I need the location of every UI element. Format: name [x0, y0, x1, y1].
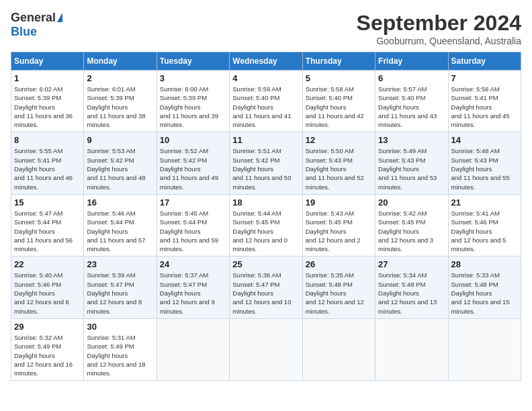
calendar-day-cell: 19 Sunrise: 5:43 AM Sunset: 5:45 PM Dayl… — [302, 194, 375, 256]
day-number: 19 — [306, 197, 372, 208]
calendar-subtitle: Gooburrum, Queensland, Australia — [357, 36, 521, 46]
day-number: 24 — [160, 259, 226, 269]
day-number: 4 — [232, 73, 299, 83]
weekday-header: Friday — [375, 52, 448, 71]
logo-triangle-icon — [57, 13, 62, 22]
day-number: 16 — [87, 197, 153, 208]
day-info: Sunrise: 5:37 AM Sunset: 5:47 PM Dayligh… — [160, 271, 226, 315]
day-info: Sunrise: 5:47 AM Sunset: 5:44 PM Dayligh… — [14, 209, 81, 253]
calendar-week-row: 22 Sunrise: 5:40 AM Sunset: 5:46 PM Dayl… — [11, 257, 521, 318]
logo-general-text: General — [11, 11, 56, 25]
day-info: Sunrise: 5:44 AM Sunset: 5:45 PM Dayligh… — [232, 209, 299, 253]
day-info: Sunrise: 5:31 AM Sunset: 5:49 PM Dayligh… — [87, 333, 153, 377]
day-number: 25 — [232, 259, 299, 269]
calendar-week-row: 29 Sunrise: 5:32 AM Sunset: 5:49 PM Dayl… — [11, 318, 521, 380]
calendar-header: SundayMondayTuesdayWednesdayThursdayFrid… — [11, 52, 521, 71]
day-info: Sunrise: 5:49 AM Sunset: 5:43 PM Dayligh… — [378, 146, 445, 191]
day-number: 1 — [14, 73, 81, 83]
calendar-day-cell: 13 Sunrise: 5:49 AM Sunset: 5:43 PM Dayl… — [375, 132, 448, 194]
day-number: 13 — [378, 135, 445, 145]
calendar-day-cell: 11 Sunrise: 5:51 AM Sunset: 5:42 PM Dayl… — [230, 132, 302, 194]
calendar-table: SundayMondayTuesdayWednesdayThursdayFrid… — [11, 52, 521, 381]
day-info: Sunrise: 5:33 AM Sunset: 5:48 PM Dayligh… — [451, 271, 518, 315]
day-number: 27 — [378, 259, 445, 269]
calendar-day-cell: 27 Sunrise: 5:34 AM Sunset: 5:48 PM Dayl… — [375, 257, 448, 318]
calendar-day-cell: 12 Sunrise: 5:50 AM Sunset: 5:43 PM Dayl… — [302, 132, 375, 194]
calendar-day-cell: 16 Sunrise: 5:46 AM Sunset: 5:44 PM Dayl… — [84, 194, 157, 256]
day-info: Sunrise: 6:00 AM Sunset: 5:39 PM Dayligh… — [160, 85, 226, 129]
calendar-day-cell: 4 Sunrise: 5:59 AM Sunset: 5:40 PM Dayli… — [230, 71, 302, 132]
day-number: 3 — [160, 73, 226, 83]
day-number: 6 — [378, 73, 445, 83]
day-info: Sunrise: 5:58 AM Sunset: 5:40 PM Dayligh… — [306, 85, 372, 129]
day-number: 17 — [160, 197, 226, 208]
day-info: Sunrise: 5:40 AM Sunset: 5:46 PM Dayligh… — [14, 271, 81, 315]
calendar-day-cell — [302, 318, 375, 380]
calendar-day-cell — [448, 318, 521, 380]
day-number: 8 — [14, 135, 81, 145]
calendar-day-cell: 21 Sunrise: 5:41 AM Sunset: 5:46 PM Dayl… — [448, 194, 521, 256]
day-info: Sunrise: 5:48 AM Sunset: 5:43 PM Dayligh… — [451, 146, 518, 191]
day-info: Sunrise: 5:55 AM Sunset: 5:41 PM Dayligh… — [14, 146, 81, 191]
calendar-day-cell: 8 Sunrise: 5:55 AM Sunset: 5:41 PM Dayli… — [11, 132, 84, 194]
page-header: General Blue September 2024 Gooburrum, Q… — [11, 11, 521, 46]
weekday-header: Saturday — [448, 52, 521, 71]
calendar-day-cell: 30 Sunrise: 5:31 AM Sunset: 5:49 PM Dayl… — [84, 318, 157, 380]
day-number: 15 — [14, 197, 81, 208]
calendar-week-row: 15 Sunrise: 5:47 AM Sunset: 5:44 PM Dayl… — [11, 194, 521, 256]
day-info: Sunrise: 5:35 AM Sunset: 5:48 PM Dayligh… — [306, 271, 372, 315]
logo: General Blue — [11, 11, 62, 39]
calendar-day-cell: 5 Sunrise: 5:58 AM Sunset: 5:40 PM Dayli… — [302, 71, 375, 132]
calendar-day-cell — [230, 318, 302, 380]
day-number: 5 — [306, 73, 372, 83]
day-number: 9 — [87, 135, 153, 145]
calendar-day-cell: 22 Sunrise: 5:40 AM Sunset: 5:46 PM Dayl… — [11, 257, 84, 318]
day-info: Sunrise: 6:01 AM Sunset: 5:39 PM Dayligh… — [87, 85, 153, 129]
day-number: 2 — [87, 73, 153, 83]
day-info: Sunrise: 5:57 AM Sunset: 5:40 PM Dayligh… — [378, 85, 445, 129]
day-number: 20 — [378, 197, 445, 208]
calendar-day-cell: 25 Sunrise: 5:36 AM Sunset: 5:47 PM Dayl… — [230, 257, 302, 318]
day-number: 23 — [87, 259, 153, 269]
day-number: 18 — [232, 197, 299, 208]
calendar-day-cell: 20 Sunrise: 5:42 AM Sunset: 5:45 PM Dayl… — [375, 194, 448, 256]
day-number: 10 — [160, 135, 226, 145]
calendar-day-cell: 28 Sunrise: 5:33 AM Sunset: 5:48 PM Dayl… — [448, 257, 521, 318]
day-number: 22 — [14, 259, 81, 269]
calendar-day-cell — [157, 318, 229, 380]
day-info: Sunrise: 5:51 AM Sunset: 5:42 PM Dayligh… — [232, 146, 299, 191]
day-info: Sunrise: 6:02 AM Sunset: 5:39 PM Dayligh… — [14, 85, 81, 129]
weekday-header: Sunday — [11, 52, 84, 71]
calendar-day-cell: 24 Sunrise: 5:37 AM Sunset: 5:47 PM Dayl… — [157, 257, 229, 318]
day-info: Sunrise: 5:34 AM Sunset: 5:48 PM Dayligh… — [378, 271, 445, 315]
day-number: 14 — [451, 135, 518, 145]
day-number: 28 — [451, 259, 518, 269]
title-block: September 2024 Gooburrum, Queensland, Au… — [357, 11, 521, 46]
logo-blue-text: Blue — [11, 25, 37, 39]
day-number: 29 — [14, 322, 81, 332]
day-number: 11 — [232, 135, 299, 145]
calendar-day-cell: 10 Sunrise: 5:52 AM Sunset: 5:42 PM Dayl… — [157, 132, 229, 194]
calendar-day-cell: 7 Sunrise: 5:56 AM Sunset: 5:41 PM Dayli… — [448, 71, 521, 132]
calendar-week-row: 1 Sunrise: 6:02 AM Sunset: 5:39 PM Dayli… — [11, 71, 521, 132]
calendar-day-cell: 2 Sunrise: 6:01 AM Sunset: 5:39 PM Dayli… — [84, 71, 157, 132]
day-info: Sunrise: 5:41 AM Sunset: 5:46 PM Dayligh… — [451, 209, 518, 253]
day-info: Sunrise: 5:59 AM Sunset: 5:40 PM Dayligh… — [232, 85, 299, 129]
calendar-day-cell: 18 Sunrise: 5:44 AM Sunset: 5:45 PM Dayl… — [230, 194, 302, 256]
day-info: Sunrise: 5:32 AM Sunset: 5:49 PM Dayligh… — [14, 333, 81, 377]
day-info: Sunrise: 5:52 AM Sunset: 5:42 PM Dayligh… — [160, 146, 226, 191]
calendar-day-cell: 29 Sunrise: 5:32 AM Sunset: 5:49 PM Dayl… — [11, 318, 84, 380]
calendar-day-cell: 17 Sunrise: 5:45 AM Sunset: 5:44 PM Dayl… — [157, 194, 229, 256]
calendar-day-cell: 1 Sunrise: 6:02 AM Sunset: 5:39 PM Dayli… — [11, 71, 84, 132]
day-info: Sunrise: 5:43 AM Sunset: 5:45 PM Dayligh… — [306, 209, 372, 253]
day-info: Sunrise: 5:53 AM Sunset: 5:42 PM Dayligh… — [87, 146, 153, 191]
day-info: Sunrise: 5:42 AM Sunset: 5:45 PM Dayligh… — [378, 209, 445, 253]
calendar-title: September 2024 — [357, 11, 521, 36]
day-info: Sunrise: 5:56 AM Sunset: 5:41 PM Dayligh… — [451, 85, 518, 129]
calendar-day-cell: 14 Sunrise: 5:48 AM Sunset: 5:43 PM Dayl… — [448, 132, 521, 194]
weekday-header: Thursday — [302, 52, 375, 71]
calendar-day-cell: 26 Sunrise: 5:35 AM Sunset: 5:48 PM Dayl… — [302, 257, 375, 318]
day-number: 30 — [87, 322, 153, 332]
calendar-day-cell: 3 Sunrise: 6:00 AM Sunset: 5:39 PM Dayli… — [157, 71, 229, 132]
day-info: Sunrise: 5:50 AM Sunset: 5:43 PM Dayligh… — [306, 146, 372, 191]
